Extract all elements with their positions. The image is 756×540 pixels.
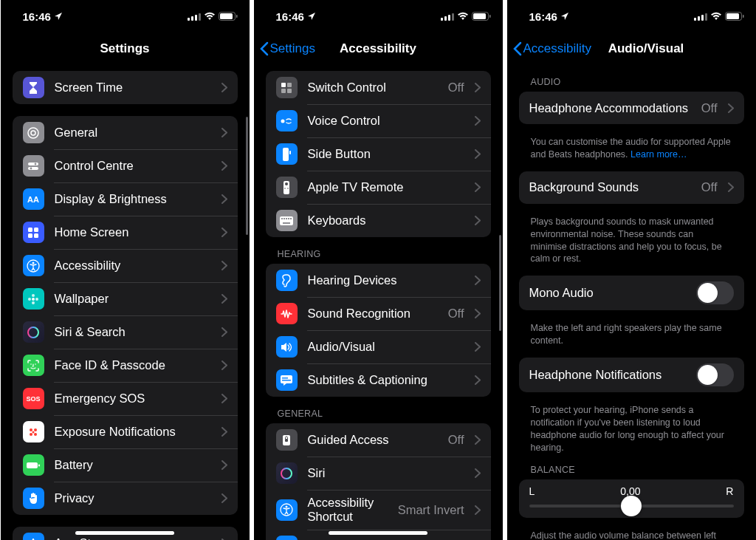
row-face-id[interactable]: Face ID & Passcode: [13, 349, 238, 382]
row-audio-visual[interactable]: Audio/Visual: [266, 330, 491, 363]
hand-icon: [23, 488, 44, 509]
siri-icon: [23, 321, 44, 343]
home-indicator[interactable]: [329, 531, 427, 535]
row-emergency-sos[interactable]: SOS Emergency SOS: [13, 382, 238, 415]
home-indicator[interactable]: [75, 531, 174, 535]
chevron-icon: [221, 161, 227, 171]
wifi-icon: [457, 12, 469, 21]
phone-settings: 16:46 Settings Screen Time General: [1, 0, 250, 540]
svg-rect-48: [287, 83, 292, 87]
row-label: Hearing Devices: [308, 273, 464, 287]
row-headphone-notifications[interactable]: Headphone Notifications: [519, 358, 744, 392]
svg-point-30: [34, 428, 37, 431]
footer-background-sounds: Plays background sounds to mask unwanted…: [531, 216, 732, 266]
location-icon: [307, 12, 316, 21]
row-wallpaper[interactable]: Wallpaper: [13, 282, 238, 315]
row-accessibility[interactable]: Accessibility: [13, 249, 238, 282]
toggle-headphone-notifications[interactable]: [696, 363, 734, 386]
footer-balance: Adjust the audio volume balance between …: [531, 530, 732, 541]
svg-point-72: [286, 506, 288, 508]
chevron-icon: [475, 435, 481, 445]
row-general[interactable]: General: [13, 116, 238, 149]
svg-rect-9: [28, 163, 38, 165]
svg-point-20: [32, 298, 35, 301]
chevron-icon: [475, 149, 481, 159]
row-voice-control[interactable]: Voice Control: [266, 104, 491, 137]
row-label: Face ID & Passcode: [55, 358, 211, 372]
row-exposure[interactable]: Exposure Notifications: [13, 415, 238, 448]
balance-slider[interactable]: [529, 505, 734, 507]
row-accessibility-shortcut[interactable]: Accessibility Shortcut Smart Invert: [266, 490, 491, 530]
chevron-icon: [475, 83, 481, 92]
svg-point-27: [35, 363, 36, 365]
chevron-icon: [221, 493, 227, 503]
back-button[interactable]: Settings: [260, 41, 315, 56]
svg-point-57: [287, 188, 289, 189]
svg-rect-34: [27, 462, 38, 468]
footer-headphone-notifications: To protect your hearing, iPhone sends a …: [531, 404, 732, 454]
row-battery[interactable]: Battery: [13, 448, 238, 482]
chevron-icon: [221, 194, 227, 204]
nav-bar: Settings: [1, 33, 250, 65]
row-label: Control Centre: [55, 159, 211, 173]
row-headphone-accommodations[interactable]: Headphone Accommodations Off: [519, 92, 744, 124]
toggle-mono-audio[interactable]: [696, 281, 734, 304]
keyboard-icon: [276, 210, 298, 231]
accessibility-icon: [23, 255, 44, 276]
row-switch-control[interactable]: Switch Control Off: [266, 71, 491, 104]
svg-rect-6: [236, 15, 238, 18]
svg-rect-64: [283, 222, 290, 224]
svg-rect-61: [286, 218, 287, 219]
svg-rect-45: [473, 13, 486, 19]
row-apple-tv-remote[interactable]: Apple TV Remote: [266, 171, 491, 204]
chevron-icon: [728, 182, 734, 192]
back-button[interactable]: Accessibility: [513, 41, 592, 56]
siri-icon: [276, 462, 298, 484]
row-home-screen[interactable]: Home Screen: [13, 216, 238, 249]
chevron-icon: [728, 103, 734, 113]
row-label: Voice Control: [308, 114, 464, 128]
nav-title: Settings: [100, 41, 149, 56]
scrollbar[interactable]: [499, 235, 501, 331]
scrollbar[interactable]: [246, 117, 248, 235]
svg-rect-47: [281, 83, 286, 87]
row-mono-audio[interactable]: Mono Audio: [519, 276, 744, 310]
svg-point-12: [30, 167, 32, 169]
hourglass-icon: [23, 77, 44, 98]
accessibility-icon: [276, 499, 298, 521]
row-sound-recognition[interactable]: Sound Recognition Off: [266, 297, 491, 330]
wave-icon: [276, 303, 298, 324]
chevron-icon: [221, 83, 227, 92]
back-label: Accessibility: [523, 41, 592, 56]
row-label: Background Sounds: [529, 180, 691, 194]
status-bar: 16:46: [254, 0, 503, 33]
row-side-button[interactable]: Side Button: [266, 137, 491, 171]
row-subtitles[interactable]: Subtitles & Captioning: [266, 363, 491, 397]
svg-rect-78: [698, 16, 700, 21]
row-label: Privacy: [55, 491, 211, 505]
row-siri[interactable]: Siri: [266, 457, 491, 490]
row-background-sounds[interactable]: Background Sounds Off: [519, 171, 744, 204]
svg-rect-67: [282, 380, 291, 381]
svg-point-51: [281, 119, 285, 123]
chevron-icon: [475, 216, 481, 225]
row-label: App Store: [55, 536, 211, 540]
row-privacy[interactable]: Privacy: [13, 482, 238, 515]
row-siri-search[interactable]: Siri & Search: [13, 315, 238, 349]
svg-point-55: [285, 182, 288, 185]
slider-thumb[interactable]: [621, 496, 642, 516]
row-hearing-devices[interactable]: Hearing Devices: [266, 264, 491, 297]
svg-rect-15: [34, 228, 38, 232]
row-screen-time[interactable]: Screen Time: [13, 71, 238, 104]
row-keyboards[interactable]: Keyboards: [266, 204, 491, 237]
row-control-centre[interactable]: Control Centre: [13, 149, 238, 182]
row-label: Subtitles & Captioning: [308, 373, 464, 387]
row-display-brightness[interactable]: AA Display & Brightness: [13, 182, 238, 216]
learn-more-link[interactable]: Learn more…: [630, 149, 687, 160]
row-guided-access[interactable]: Guided Access Off: [266, 423, 491, 457]
status-time: 16:46: [529, 10, 557, 23]
chevron-icon: [475, 276, 481, 285]
row-label: Guided Access: [308, 433, 438, 447]
speaker-icon: [276, 336, 298, 358]
svg-rect-35: [38, 464, 40, 466]
